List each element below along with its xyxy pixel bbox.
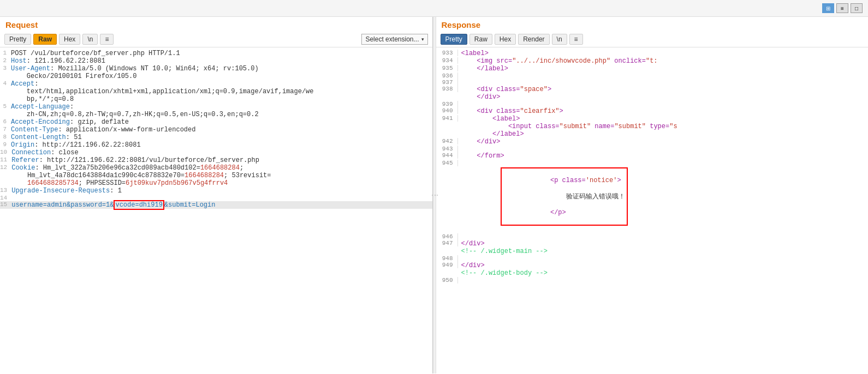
resp-line-947: 947 </div>: [436, 240, 869, 248]
request-title: Request: [0, 17, 432, 32]
request-line-4: 4 Accept: text/html,application/xhtml+xm…: [0, 80, 432, 103]
response-tab-render[interactable]: Render: [518, 34, 549, 45]
resp-line-938: 938 <div class="space">: [436, 86, 869, 93]
resp-line-946: 946: [436, 233, 869, 240]
request-tab-pretty[interactable]: Pretty: [4, 34, 31, 45]
request-line-14: 14: [0, 195, 432, 201]
response-toolbar: Pretty Raw Hex Render \n ≡: [436, 32, 869, 47]
request-line-3: 3 User-Agent: Mozilla/5.0 (Windows NT 10…: [0, 65, 432, 80]
request-content-area: 1 POST /vul/burteforce/bf_server.php HTT…: [0, 47, 432, 373]
resp-line-940: 940 <div class="clearfix">: [436, 107, 869, 115]
resp-line-937: 937: [436, 79, 869, 86]
request-panel: Request Pretty Raw Hex \n ≡ Select exten…: [0, 17, 433, 373]
resp-line-949: 949 </div>: [436, 262, 869, 269]
resp-line-widget-main-comment: <!-- /.widget-main -->: [436, 248, 869, 255]
resp-line-941: 941 <label>: [436, 115, 869, 123]
request-tab-hex[interactable]: Hex: [59, 34, 80, 45]
resp-line-941c: </label>: [436, 130, 869, 138]
resp-line-936: 936: [436, 73, 869, 79]
select-extension-dropdown[interactable]: Select extension... ▾: [361, 34, 427, 45]
single-view-btn[interactable]: □: [851, 3, 863, 13]
resp-line-948: 948: [436, 255, 869, 262]
resp-line-941b: <input class="submit" name="submit" type…: [436, 123, 869, 130]
request-line-9: 9 Origin: http://121.196.62.22:8081: [0, 141, 432, 149]
request-tab-newline[interactable]: \n: [82, 34, 98, 45]
response-tab-hex[interactable]: Hex: [495, 34, 516, 45]
request-tab-raw[interactable]: Raw: [33, 34, 57, 45]
resp-line-943: 943: [436, 146, 869, 152]
response-tab-newline[interactable]: \n: [552, 34, 567, 45]
resp-line-939: 939: [436, 101, 869, 107]
split-view-btn[interactable]: ⊞: [822, 3, 834, 13]
resp-line-942: 942 </div>: [436, 138, 869, 146]
request-line-7: 7 Content-Type: application/x-www-form-u…: [0, 126, 432, 134]
request-line-12: 12 Cookie: Hm_lvt_322a75b206e96ca32cd089…: [0, 164, 432, 187]
view-mode-buttons: ⊞ ≡ □: [822, 3, 863, 13]
request-line-11: 11 Referer: http://121.196.62.22:8081/vu…: [0, 156, 432, 164]
response-content-area: 933 <label> 934 <img src="../../inc/show…: [436, 47, 869, 373]
resp-line-938b: </div>: [436, 93, 869, 101]
request-line-6: 6 Accept-Encoding: gzip, deflate: [0, 118, 432, 126]
request-line-8: 8 Content-Length: 51: [0, 134, 432, 141]
request-line-10: 10 Connection: close: [0, 149, 432, 156]
resp-line-935: 935 </label>: [436, 65, 869, 73]
list-view-btn[interactable]: ≡: [836, 3, 848, 13]
main-container: Request Pretty Raw Hex \n ≡ Select exten…: [0, 17, 868, 373]
top-bar: ⊞ ≡ □: [0, 0, 868, 17]
response-tab-raw[interactable]: Raw: [469, 34, 492, 45]
response-tab-menu[interactable]: ≡: [569, 34, 583, 45]
request-line-13: 13 Upgrade-Insecure-Requests: 1: [0, 187, 432, 195]
request-tab-menu[interactable]: ≡: [100, 34, 114, 45]
chevron-down-icon: ▾: [421, 37, 424, 42]
request-line-5: 5 Accept-Language: zh-CN,zh;q=0.8,zh-TW;…: [0, 103, 432, 118]
resp-line-945: 945 <p class='notice'> 验证码输入错误哦！ </p>: [436, 160, 869, 233]
resp-line-950: 950: [436, 277, 869, 283]
response-title: Response: [436, 17, 869, 32]
vcode-highlight: vcode=dhi919: [114, 200, 164, 210]
request-line-15: 15 username=admin&password=1&vcode=dhi91…: [0, 201, 432, 209]
notice-red-box: <p class='notice'> 验证码输入错误哦！ </p>: [501, 167, 628, 226]
response-tab-pretty[interactable]: Pretty: [441, 34, 467, 45]
select-extension-label: Select extension...: [365, 35, 419, 43]
resp-line-944: 944 </form>: [436, 152, 869, 160]
response-panel: Response Pretty Raw Hex Render \n ≡ 933 …: [436, 17, 869, 373]
request-line-1: 1 POST /vul/burteforce/bf_server.php HTT…: [0, 50, 432, 57]
request-toolbar: Pretty Raw Hex \n ≡ Select extension... …: [0, 32, 432, 47]
resp-line-934: 934 <img src="../../inc/showvcode.php" o…: [436, 57, 869, 65]
request-line-2: 2 Host: 121.196.62.22:8081: [0, 57, 432, 65]
resp-line-933: 933 <label>: [436, 50, 869, 57]
resp-line-widget-body-comment: <!-- /.widget-body -->: [436, 269, 869, 277]
